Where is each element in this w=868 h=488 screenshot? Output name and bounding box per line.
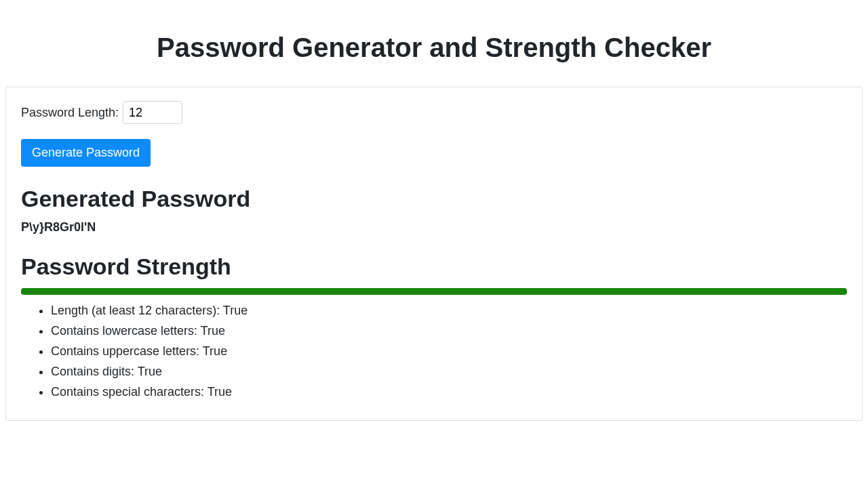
main-card: Password Length: Generate Password Gener… — [5, 87, 863, 421]
criteria-item: Contains lowercase letters: True — [51, 322, 847, 341]
generated-heading: Generated Password — [21, 186, 847, 212]
generate-button[interactable]: Generate Password — [21, 139, 151, 167]
strength-progress — [21, 288, 847, 295]
generated-password: P\y}R8Gr0l'N — [21, 220, 847, 235]
criteria-item: Length (at least 12 characters): True — [51, 302, 847, 321]
strength-heading: Password Strength — [21, 253, 847, 280]
length-row: Password Length: — [21, 101, 847, 124]
length-input[interactable] — [123, 101, 182, 124]
criteria-item: Contains special characters: True — [51, 383, 847, 402]
page-title: Password Generator and Strength Checker — [5, 33, 863, 63]
length-label: Password Length: — [21, 106, 119, 120]
strength-progress-bar — [21, 288, 847, 295]
criteria-item: Contains uppercase letters: True — [51, 342, 847, 361]
criteria-item: Contains digits: True — [51, 363, 847, 382]
criteria-list: Length (at least 12 characters): True Co… — [21, 302, 847, 401]
